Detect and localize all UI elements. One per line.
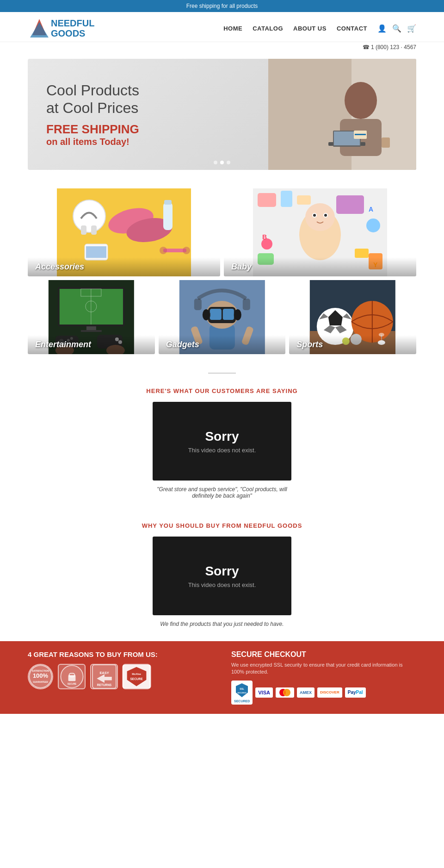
logo-icon <box>28 17 51 40</box>
satisfaction-badge-icon: SATISFACTION 100% GUARANTEED <box>28 665 53 688</box>
paypal-icon: PayPal <box>345 687 366 698</box>
footer-secure: SECURE CHECKOUT We use encrypted SSL sec… <box>231 650 416 705</box>
category-entertainment-label: Entertainment <box>28 335 155 354</box>
category-entertainment[interactable]: Entertainment <box>28 280 155 354</box>
hero-dot-2[interactable] <box>220 161 224 164</box>
svg-text:A: A <box>369 206 373 213</box>
hero-shipping-sub: on all items Today! <box>46 137 250 147</box>
easy-returns-badge: EASY RETURNS <box>90 664 118 689</box>
nav-contact[interactable]: CONTACT <box>337 25 367 32</box>
categories-section: Accessories <box>0 179 444 368</box>
svg-point-33 <box>313 214 316 217</box>
svg-point-13 <box>73 200 105 232</box>
svg-point-72 <box>203 309 210 320</box>
section-divider <box>208 373 236 374</box>
svg-point-4 <box>345 82 377 119</box>
category-gadgets[interactable]: Gadgets <box>159 280 286 354</box>
phone-number: ☎ 1 (800) 123 · 4567 <box>363 44 416 50</box>
testimonials-video-sub: This video does not exist. <box>188 447 256 454</box>
secure-ordering-icon: SECURE <box>59 665 85 688</box>
mastercard-icon <box>276 687 294 698</box>
svg-rect-26 <box>258 193 276 207</box>
testimonials-video: Sorry This video does not exist. <box>153 402 291 481</box>
logo-line1: NEEDFUL <box>51 18 94 28</box>
nav-icons: 👤 🔍 🛒 <box>377 24 416 33</box>
svg-text:GUARANTEED: GUARANTEED <box>33 681 48 683</box>
svg-rect-52 <box>81 330 102 332</box>
svg-rect-69 <box>223 309 234 320</box>
account-icon[interactable]: 👤 <box>377 24 387 33</box>
svg-point-34 <box>324 214 327 217</box>
footer-reasons-title: 4 GREAT REASONS TO BUY FROM US: <box>28 650 213 658</box>
hero-dot-1[interactable] <box>214 161 217 164</box>
testimonials-section: HERE'S WHAT OUR CUSTOMERS ARE SAYING Sor… <box>0 378 444 513</box>
hero-dot-3[interactable] <box>227 161 230 164</box>
categories-row-top: Accessories <box>28 188 416 276</box>
svg-rect-77 <box>243 299 250 310</box>
svg-point-24 <box>183 247 190 254</box>
why-buy-title: WHY YOU SHOULD BUY FROM NEEDFUL GOODS <box>28 522 416 529</box>
svg-rect-9 <box>382 137 390 148</box>
footer-reasons: 4 GREAT REASONS TO BUY FROM US: SATISFAC… <box>28 650 213 689</box>
svg-text:B: B <box>262 233 267 241</box>
category-accessories[interactable]: Accessories <box>28 188 220 276</box>
footer-cta: 4 GREAT REASONS TO BUY FROM US: SATISFAC… <box>0 641 444 714</box>
svg-rect-27 <box>281 191 292 207</box>
why-buy-video-sub: This video does not exist. <box>188 581 256 588</box>
category-baby[interactable]: B A Y Baby <box>224 188 416 276</box>
hero-shipping-main: FREE SHIPPING <box>46 122 250 137</box>
svg-text:SECURE: SECURE <box>67 683 76 685</box>
secure-checkout-text: We use encrypted SSL security to ensure … <box>231 662 416 676</box>
why-buy-tagline: We find the products that you just neede… <box>153 621 291 627</box>
testimonial-quote: "Great store and superb service", "Cool … <box>153 486 291 499</box>
category-sports[interactable]: Sports <box>289 280 416 354</box>
svg-rect-15 <box>91 225 97 235</box>
svg-text:RETURNS: RETURNS <box>97 683 111 687</box>
category-sports-label: Sports <box>289 335 416 354</box>
nav-home[interactable]: HOME <box>223 25 242 32</box>
search-icon[interactable]: 🔍 <box>392 24 401 33</box>
top-bar-text: Free shipping for all products <box>186 3 258 9</box>
nav: HOME CATALOG ABOUT US CONTACT 👤 🔍 🛒 <box>223 24 416 33</box>
svg-text:McAfee: McAfee <box>132 673 141 675</box>
category-gadgets-label: Gadgets <box>159 335 286 354</box>
svg-rect-51 <box>86 326 96 330</box>
svg-text:SECURE: SECURE <box>130 677 143 681</box>
svg-rect-20 <box>163 202 173 230</box>
nav-catalog[interactable]: CATALOG <box>253 25 283 32</box>
why-buy-video-sorry: Sorry <box>205 564 239 579</box>
testimonials-title: HERE'S WHAT OUR CUSTOMERS ARE SAYING <box>28 387 416 394</box>
mcafee-badge: McAfee SECURE <box>123 664 150 689</box>
discover-icon: DISCOVER <box>317 687 342 698</box>
mastercard-logo <box>278 688 291 697</box>
ssl-badge-icon: SSL SECURED <box>235 682 249 699</box>
hero-title: Cool Productsat Cool Prices <box>46 81 250 117</box>
mcafee-icon: McAfee SECURE <box>122 665 152 688</box>
why-buy-section: WHY YOU SHOULD BUY FROM NEEDFUL GOODS So… <box>0 513 444 641</box>
header: NEEDFUL GOODS HOME CATALOG ABOUT US CONT… <box>0 12 444 42</box>
top-bar: Free shipping for all products <box>0 0 444 12</box>
why-buy-video: Sorry This video does not exist. <box>153 537 291 615</box>
svg-rect-19 <box>86 246 106 258</box>
svg-rect-14 <box>81 225 86 235</box>
svg-rect-68 <box>210 309 222 320</box>
svg-point-73 <box>234 309 241 320</box>
cart-icon[interactable]: 🛒 <box>407 24 416 33</box>
logo[interactable]: NEEDFUL GOODS <box>28 17 94 40</box>
nav-about[interactable]: ABOUT US <box>293 25 327 32</box>
svg-rect-76 <box>194 299 202 310</box>
amex-icon: AMEX <box>297 687 314 698</box>
svg-marker-109 <box>236 683 248 697</box>
hero-content: Cool Productsat Cool Prices FREE SHIPPIN… <box>28 68 268 162</box>
visa-icon: VISA <box>255 687 273 698</box>
svg-rect-28 <box>297 195 311 205</box>
svg-point-23 <box>160 247 167 254</box>
hero-woman-svg <box>268 59 416 170</box>
svg-rect-39 <box>336 195 364 214</box>
svg-point-36 <box>366 219 380 232</box>
category-accessories-label: Accessories <box>28 257 220 276</box>
category-baby-label: Baby <box>224 257 416 276</box>
svg-rect-21 <box>164 200 172 205</box>
svg-text:SSL: SSL <box>240 687 244 690</box>
categories-row-bottom: Entertainment <box>28 280 416 354</box>
